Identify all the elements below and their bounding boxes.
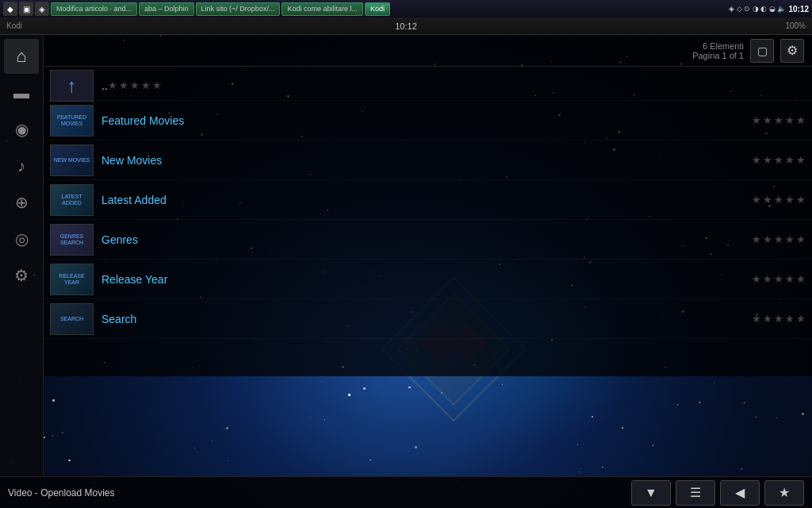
taskbar-time: 10:12: [788, 5, 809, 13]
release-year-label: Release Year: [102, 273, 752, 286]
tab-2[interactable]: aba – Dolphin: [139, 2, 194, 16]
main-content: ⌂ ▬ ◉ ♪ ⊕ ◎ ⚙ 6 Elementi Pagina 1 of 1 ▢…: [0, 35, 812, 508]
element-count: 6 Elementi: [692, 41, 744, 51]
taskbar-icon-1: ◆: [3, 2, 17, 16]
list-item-new-movies[interactable]: NEW MOVIES New Movies ★ ★ ★ ★ ★: [44, 140, 812, 180]
stars-back: ★ ★ ★ ★ ★: [108, 79, 162, 91]
search-label: Search: [102, 313, 752, 325]
menu-icon: ☰: [690, 485, 701, 500]
content-panel: 6 Elementi Pagina 1 of 1 ▢ ⚙ ↑ .. ★ ★ ★ …: [44, 35, 812, 376]
stars-new: ★ ★ ★ ★ ★: [752, 154, 806, 166]
page-number: Pagina 1 of 1: [692, 51, 744, 60]
taskbar-icon-3: ◈: [35, 2, 49, 16]
list-item-genres[interactable]: GENRES SEARCH Genres ★ ★ ★ ★ ★: [44, 220, 812, 260]
new-movies-label: New Movies: [102, 154, 752, 167]
sidebar-music-btn[interactable]: ♪: [4, 148, 39, 183]
list-item-latest-added[interactable]: LATEST ADDED Latest Added ★ ★ ★ ★ ★: [44, 180, 812, 220]
bottom-controls: ▼ ☰ ◀ ★: [631, 480, 804, 506]
thumb-latest-label: LATEST ADDED: [51, 192, 93, 207]
taskbar-right: ◈ ◇ ⊙ ◑ ◐ ◒ 🔈 10:12: [729, 5, 809, 13]
sidebar-tv-btn[interactable]: ◉: [4, 112, 39, 147]
taskbar-icon-2: ▣: [19, 2, 33, 16]
sidebar-pictures-btn[interactable]: ◎: [4, 221, 39, 256]
kodi-titlebar: Kodi 10:12 100%: [0, 17, 812, 35]
thumb-new-label: NEW MOVIES: [52, 156, 92, 165]
thumb-genres: GENRES SEARCH: [50, 224, 94, 256]
back-icon: ◀: [735, 485, 745, 500]
genres-label: Genres: [102, 233, 752, 246]
stars-genres: ★ ★ ★ ★ ★: [752, 233, 806, 245]
kodi-app-label: Kodi: [6, 21, 22, 30]
tab-4[interactable]: Kodi come abilitare l...: [282, 2, 363, 16]
thumb-year-label: RELEASE YEAR: [51, 271, 93, 287]
tab-5[interactable]: Kodi: [365, 2, 390, 16]
view-toggle-btn[interactable]: ▢: [750, 39, 774, 63]
stars-year: ★ ★ ★ ★ ★: [752, 273, 806, 285]
stars-latest: ★ ★ ★ ★ ★: [752, 194, 806, 206]
favorites-btn[interactable]: ★: [764, 480, 804, 506]
stars-featured: ★ ★ ★ ★ ★: [752, 114, 806, 126]
latest-added-label: Latest Added: [102, 194, 752, 206]
list-item-back[interactable]: ↑ .. ★ ★ ★ ★ ★: [44, 71, 812, 101]
bottom-status-text: Video - Openload Movies: [8, 487, 115, 498]
content-topbar: 6 Elementi Pagina 1 of 1 ▢ ⚙: [44, 35, 812, 67]
thumb-new: NEW MOVIES: [50, 144, 94, 176]
stars-search: ★ ★ ★ ★ ★: [752, 313, 806, 325]
thumb-featured-label: FEATURED MOVIES: [51, 113, 93, 128]
thumb-latest: LATEST ADDED: [50, 184, 94, 216]
thumb-search: SEARCH: [50, 303, 94, 335]
featured-movies-label: Featured Movies: [102, 114, 752, 127]
taskbar-tabs: Modifica articolo · and... aba – Dolphin…: [51, 2, 727, 16]
filter-btn[interactable]: ▼: [631, 480, 671, 506]
thumb-search-label: SEARCH: [59, 314, 85, 324]
bottom-bar: Video - Openload Movies ▼ ☰ ◀ ★: [0, 476, 812, 508]
tab-1[interactable]: Modifica articolo · and...: [51, 2, 137, 16]
filter-icon: ▼: [645, 486, 657, 500]
sidebar: ⌂ ▬ ◉ ♪ ⊕ ◎ ⚙: [0, 35, 44, 508]
taskbar-icons-area: ◈ ◇ ⊙ ◑ ◐ ◒ 🔈: [729, 5, 786, 13]
back-btn[interactable]: ◀: [720, 480, 760, 506]
menu-btn[interactable]: ☰: [676, 480, 715, 506]
battery-indicator: 100%: [785, 21, 806, 30]
menu-list: ↑ .. ★ ★ ★ ★ ★ FEATURED MOVIES Featured …: [44, 67, 812, 343]
thumb-featured: FEATURED MOVIES: [50, 105, 94, 137]
back-label: ..: [102, 79, 108, 92]
sidebar-movies-btn[interactable]: ▬: [4, 75, 39, 110]
star-fav-icon: ★: [779, 485, 790, 500]
page-info: 6 Elementi Pagina 1 of 1: [692, 41, 744, 60]
list-item-featured[interactable]: FEATURED MOVIES Featured Movies ★ ★ ★ ★ …: [44, 101, 812, 140]
tab-3[interactable]: Link sito (~/ Dropbox/...: [196, 2, 281, 16]
taskbar: ◆ ▣ ◈ Modifica articolo · and... aba – D…: [0, 0, 812, 17]
kodi-time: 10:12: [395, 21, 417, 31]
list-item-search[interactable]: SEARCH Search ★ ★ ★ ★ ★: [44, 299, 812, 339]
sidebar-home-btn[interactable]: ⌂: [4, 39, 39, 74]
sidebar-addons-btn[interactable]: ⊕: [4, 185, 39, 220]
sidebar-settings-btn[interactable]: ⚙: [4, 258, 39, 293]
content-settings-btn[interactable]: ⚙: [780, 39, 804, 63]
thumb-genres-label: GENRES SEARCH: [51, 232, 93, 247]
thumb-back: ↑: [50, 70, 94, 102]
thumb-year: RELEASE YEAR: [50, 264, 94, 295]
list-item-release-year[interactable]: RELEASE YEAR Release Year ★ ★ ★ ★ ★: [44, 260, 812, 299]
